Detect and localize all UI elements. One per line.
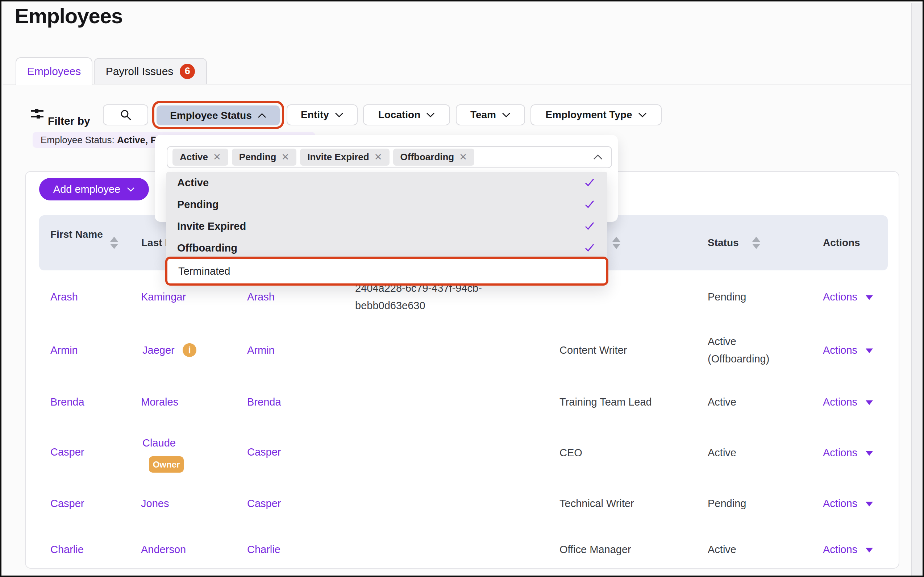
option-active[interactable]: Active	[166, 172, 607, 193]
preferred-name-link[interactable]: Brenda	[247, 396, 281, 408]
tag-label: Invite Expired	[307, 152, 369, 163]
option-label: Invite Expired	[177, 220, 246, 232]
employees-page: Employees Employees Payroll Issues 6 Fil…	[0, 0, 924, 577]
first-name-link[interactable]: Casper	[50, 446, 84, 458]
actions-dropdown-icon[interactable]	[866, 451, 873, 456]
last-name-link[interactable]: Jones	[141, 498, 169, 509]
status-value: Active (Offboarding)	[708, 333, 769, 367]
check-icon	[584, 199, 595, 210]
entity-filter-label: Entity	[301, 109, 329, 121]
selected-tag-offboarding: Offboarding ✕	[393, 148, 475, 166]
first-name-link[interactable]: Charlie	[50, 544, 84, 556]
column-header-first-name[interactable]: First Name	[50, 226, 105, 242]
job-title: Content Writer	[559, 344, 627, 356]
column-header-actions: Actions	[823, 237, 860, 249]
preferred-name-link[interactable]: Armin	[247, 344, 275, 356]
row-actions-link[interactable]: Actions	[823, 344, 857, 356]
status-value: Active	[708, 447, 736, 459]
selected-tag-invite-expired: Invite Expired ✕	[300, 148, 389, 166]
tab-employees-label: Employees	[27, 65, 81, 77]
row-actions-link[interactable]: Actions	[823, 396, 857, 408]
status-line1: Active	[708, 333, 769, 350]
status-value: Pending	[708, 291, 746, 303]
preferred-name-link[interactable]: Casper	[247, 498, 281, 509]
annotation-highlight-employee-status	[152, 101, 284, 129]
employment-type-filter-button[interactable]: Employment Type	[531, 105, 662, 126]
chevron-down-icon	[502, 112, 510, 118]
actions-dropdown-icon[interactable]	[866, 295, 873, 300]
job-title: Technical Writer	[559, 498, 634, 509]
sort-icon[interactable]	[110, 237, 118, 249]
filter-chip-value: Active, P	[117, 134, 157, 146]
status-tag-input[interactable]: Active ✕ Pending ✕ Invite Expired ✕ Offb…	[167, 146, 612, 168]
status-value: Active	[708, 544, 736, 556]
tag-label: Pending	[239, 152, 277, 163]
status-options-list: Active Pending Invite Expired Offboardin…	[166, 172, 607, 259]
tab-payroll-label: Payroll Issues	[106, 65, 174, 77]
option-label: Pending	[177, 198, 219, 211]
last-name-link[interactable]: Claude	[142, 437, 176, 449]
option-invite-expired[interactable]: Invite Expired	[166, 215, 607, 237]
employment-type-filter-label: Employment Type	[545, 109, 632, 121]
add-employee-button[interactable]: Add employee	[39, 178, 149, 200]
first-name-link[interactable]: Arash	[50, 291, 78, 303]
last-name-link[interactable]: Kamingar	[141, 291, 186, 303]
chevron-down-icon	[335, 112, 343, 118]
option-offboarding[interactable]: Offboarding	[166, 237, 607, 259]
chevron-up-icon[interactable]	[593, 155, 603, 160]
option-pending[interactable]: Pending	[166, 193, 607, 215]
tab-employees[interactable]: Employees	[16, 57, 92, 85]
search-button[interactable]	[103, 105, 148, 126]
status-line2: (Offboarding)	[708, 350, 769, 367]
remove-tag-icon[interactable]: ✕	[459, 152, 467, 163]
remove-tag-icon[interactable]: ✕	[374, 152, 382, 163]
selected-tag-pending: Pending ✕	[232, 148, 296, 166]
last-name-link[interactable]: Jaeger	[142, 344, 175, 356]
chevron-down-icon	[638, 112, 647, 118]
employee-id-line2: bebb0d63e630	[355, 297, 482, 314]
filter-by-label: Filter by	[48, 115, 90, 127]
actions-dropdown-icon[interactable]	[866, 548, 873, 553]
job-title: CEO	[559, 447, 582, 459]
owner-badge: Owner	[149, 456, 184, 472]
info-icon[interactable]: i	[183, 343, 196, 357]
tag-label: Active	[180, 152, 208, 163]
search-icon	[120, 110, 131, 120]
last-name-link[interactable]: Anderson	[141, 544, 186, 556]
tag-label: Offboarding	[401, 152, 454, 163]
tab-divider	[3, 84, 911, 84]
sort-icon[interactable]	[752, 237, 760, 249]
first-name-link[interactable]: Brenda	[50, 396, 84, 408]
column-header-status[interactable]: Status	[708, 237, 739, 249]
row-actions-link[interactable]: Actions	[823, 498, 857, 509]
remove-tag-icon[interactable]: ✕	[281, 152, 289, 163]
job-title: Training Team Lead	[559, 396, 652, 408]
remove-tag-icon[interactable]: ✕	[213, 152, 221, 163]
entity-filter-button[interactable]: Entity	[287, 105, 357, 126]
sort-icon[interactable]	[612, 237, 620, 249]
first-name-link[interactable]: Casper	[50, 498, 84, 509]
page-right-gutter	[911, 3, 924, 577]
row-actions-link[interactable]: Actions	[823, 544, 857, 556]
last-name-link[interactable]: Morales	[141, 396, 178, 408]
first-name-link[interactable]: Armin	[50, 344, 78, 356]
actions-dropdown-icon[interactable]	[866, 400, 873, 405]
actions-dropdown-icon[interactable]	[866, 502, 873, 507]
tab-payroll-issues[interactable]: Payroll Issues 6	[94, 58, 207, 84]
preferred-name-link[interactable]: Casper	[247, 446, 281, 458]
selected-tag-active: Active ✕	[172, 148, 228, 166]
check-icon	[584, 177, 595, 188]
row-actions-link[interactable]: Actions	[823, 291, 857, 303]
option-label: Terminated	[178, 265, 230, 277]
option-terminated-highlighted[interactable]: Terminated	[165, 256, 608, 285]
status-value: Active	[708, 396, 736, 408]
preferred-name-link[interactable]: Charlie	[247, 544, 280, 556]
preferred-name-link[interactable]: Arash	[247, 291, 275, 303]
actions-dropdown-icon[interactable]	[866, 349, 873, 353]
row-actions-link[interactable]: Actions	[823, 447, 857, 459]
payroll-issues-count-badge: 6	[180, 64, 195, 79]
location-filter-button[interactable]: Location	[363, 105, 450, 126]
team-filter-button[interactable]: Team	[456, 105, 525, 126]
chevron-down-icon	[127, 187, 135, 192]
status-value: Pending	[708, 498, 746, 509]
